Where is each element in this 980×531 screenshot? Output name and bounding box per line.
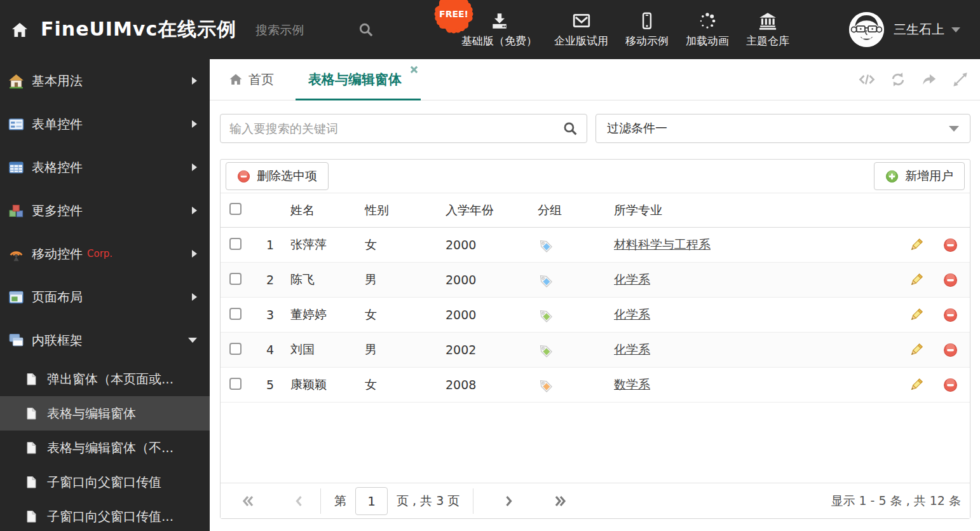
sidebar-item-basic-usage[interactable]: 基本用法 bbox=[0, 59, 210, 102]
sidebar-subitem-popup-window[interactable]: 弹出窗体（本页面或... bbox=[0, 362, 210, 396]
table-header: 姓名 性别 入学年份 分组 所学专业 bbox=[221, 193, 970, 228]
tab-grid-edit-window[interactable]: 表格与编辑窗体 bbox=[296, 59, 421, 100]
last-page-icon[interactable] bbox=[552, 493, 568, 509]
page-number-input[interactable] bbox=[355, 487, 388, 515]
sidebar-subitem-child-to-parent[interactable]: 子窗口向父窗口传值 bbox=[0, 465, 210, 499]
tag-icon bbox=[538, 308, 552, 322]
expand-arrow-icon bbox=[192, 120, 197, 128]
delete-icon[interactable] bbox=[943, 273, 958, 287]
edit-icon[interactable] bbox=[909, 343, 923, 357]
sidebar-subitem-grid-edit-window[interactable]: 表格与编辑窗体 bbox=[0, 396, 210, 431]
table-body: 1 张萍萍 女 2000 材料科学与工程系 2 陈飞 男 2000 化学系 bbox=[221, 228, 970, 403]
cell-gender: 女 bbox=[356, 237, 437, 253]
edit-icon[interactable] bbox=[909, 378, 923, 392]
delete-selected-button[interactable]: 删除选中项 bbox=[226, 162, 329, 190]
house-icon bbox=[8, 73, 24, 89]
nav-mobile-demo[interactable]: 移动示例 bbox=[625, 11, 669, 48]
sidebar-item-grid-controls[interactable]: 表格控件 bbox=[0, 146, 210, 189]
record-summary: 显示 1 - 5 条 , 共 12 条 bbox=[831, 493, 961, 509]
table-row: 2 陈飞 男 2000 化学系 bbox=[221, 263, 970, 298]
minus-circle-icon bbox=[237, 170, 250, 183]
col-major[interactable]: 所学专业 bbox=[605, 202, 901, 219]
search-icon[interactable] bbox=[563, 121, 578, 136]
tab-home[interactable]: 首页 bbox=[229, 71, 274, 88]
home-tab-icon bbox=[229, 72, 243, 86]
home-icon[interactable] bbox=[10, 21, 29, 39]
first-page-icon[interactable] bbox=[241, 493, 256, 509]
delete-icon[interactable] bbox=[943, 378, 958, 392]
col-name[interactable]: 姓名 bbox=[282, 202, 356, 219]
file-icon bbox=[25, 441, 38, 455]
filter-row: 过滤条件一 bbox=[220, 114, 970, 143]
tag-icon bbox=[538, 343, 552, 357]
table-row: 3 董婷婷 女 2000 化学系 bbox=[221, 298, 970, 333]
file-icon bbox=[25, 510, 38, 523]
source-code-icon[interactable] bbox=[859, 71, 875, 88]
row-checkbox[interactable] bbox=[229, 273, 242, 285]
header-search-icon[interactable] bbox=[358, 22, 374, 38]
col-group[interactable]: 分组 bbox=[529, 202, 605, 219]
edit-icon[interactable] bbox=[909, 308, 923, 322]
prev-page-icon[interactable] bbox=[292, 493, 307, 509]
frames-icon bbox=[8, 333, 24, 348]
sidebar-item-page-layout[interactable]: 页面布局 bbox=[0, 275, 210, 319]
spinner-icon bbox=[698, 11, 717, 31]
cell-gender: 男 bbox=[356, 272, 437, 288]
delete-icon[interactable] bbox=[943, 343, 958, 357]
delete-icon[interactable] bbox=[943, 308, 958, 322]
cell-gender: 女 bbox=[356, 376, 437, 393]
col-year[interactable]: 入学年份 bbox=[437, 202, 529, 219]
tab-close-icon[interactable] bbox=[410, 66, 418, 74]
refresh-icon[interactable] bbox=[890, 71, 906, 88]
sidebar-item-iframe[interactable]: 内联框架 bbox=[0, 319, 210, 362]
pagination-bar: 第 页 , 共 3 页 显示 1 - 5 条 , 共 12 条 bbox=[221, 483, 970, 518]
select-all-checkbox[interactable] bbox=[229, 203, 242, 215]
sidebar-item-form-controls[interactable]: 表单控件 bbox=[0, 102, 210, 146]
major-link[interactable]: 数学系 bbox=[614, 377, 650, 391]
user-menu[interactable]: 三生石上 bbox=[849, 0, 960, 59]
edit-icon[interactable] bbox=[909, 273, 923, 287]
expand-arrow-icon bbox=[192, 77, 197, 85]
cell-name: 陈飞 bbox=[282, 272, 356, 288]
sidebar-subitem-grid-edit-window-2[interactable]: 表格与编辑窗体（不... bbox=[0, 431, 210, 465]
grid-panel: 删除选中项 新增用户 姓名 性别 入学年份 分组 所学专业 1 张萍萍 bbox=[220, 159, 970, 519]
nav-basic-free[interactable]: 基础版（免费） bbox=[461, 11, 537, 48]
row-number: 3 bbox=[252, 308, 282, 322]
filter-dropdown[interactable]: 过滤条件一 bbox=[595, 114, 970, 143]
next-page-icon[interactable] bbox=[501, 493, 516, 509]
cell-name: 刘国 bbox=[282, 341, 356, 358]
edit-icon[interactable] bbox=[909, 238, 923, 252]
header-search-input[interactable] bbox=[255, 23, 351, 37]
nav-enterprise-trial[interactable]: 企业版试用 bbox=[554, 11, 608, 48]
major-link[interactable]: 化学系 bbox=[614, 342, 650, 356]
app-title: FineUIMvc在线示例 bbox=[41, 17, 236, 43]
page-suffix: 页 , 共 3 页 bbox=[397, 493, 459, 509]
tab-bar: 首页 表格与编辑窗体 bbox=[210, 59, 980, 100]
major-link[interactable]: 化学系 bbox=[614, 272, 650, 286]
sidebar-item-more-controls[interactable]: 更多控件 bbox=[0, 189, 210, 232]
add-user-button[interactable]: 新增用户 bbox=[874, 162, 965, 190]
download-icon bbox=[490, 11, 509, 31]
fullscreen-icon[interactable] bbox=[952, 71, 969, 88]
major-link[interactable]: 材料科学与工程系 bbox=[614, 237, 711, 251]
row-checkbox[interactable] bbox=[229, 238, 242, 250]
pager-divider bbox=[320, 488, 321, 514]
keyword-search-input[interactable] bbox=[229, 121, 563, 135]
delete-icon[interactable] bbox=[943, 238, 958, 252]
cell-name: 董婷婷 bbox=[282, 307, 356, 323]
grid-toolbar: 删除选中项 新增用户 bbox=[221, 160, 970, 193]
open-new-window-icon[interactable] bbox=[921, 71, 937, 88]
app-header: FineUIMvc在线示例 FREE! 基础版（免费） 企业版试用 移动示例 加… bbox=[0, 0, 980, 59]
nav-theme-repo[interactable]: 主题仓库 bbox=[746, 11, 789, 48]
sidebar-subitem-child-to-parent-2[interactable]: 子窗口向父窗口传值... bbox=[0, 499, 210, 531]
major-link[interactable]: 化学系 bbox=[614, 307, 650, 321]
nav-loading-animation[interactable]: 加载动画 bbox=[686, 11, 729, 48]
row-checkbox[interactable] bbox=[229, 343, 242, 355]
col-gender[interactable]: 性别 bbox=[356, 202, 437, 219]
row-checkbox[interactable] bbox=[229, 378, 242, 390]
row-checkbox[interactable] bbox=[229, 308, 242, 320]
cell-name: 张萍萍 bbox=[282, 237, 356, 253]
row-number: 4 bbox=[252, 343, 282, 357]
sidebar-item-mobile-controls[interactable]: 移动控件 Corp. bbox=[0, 232, 210, 275]
form-icon bbox=[8, 116, 24, 132]
